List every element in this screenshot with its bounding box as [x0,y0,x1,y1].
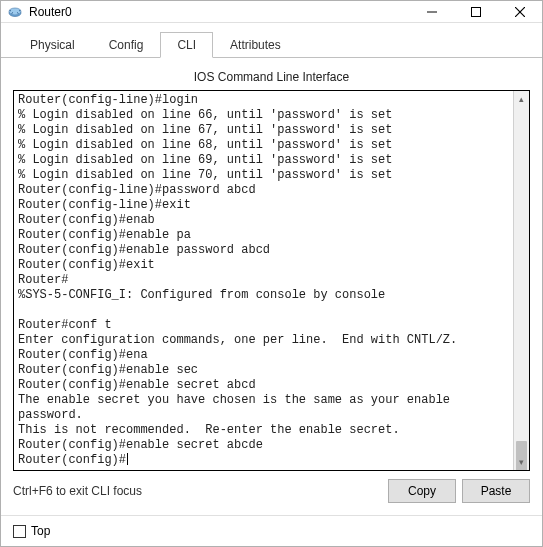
terminal-scrollbar[interactable]: ▴ ▾ [513,91,529,470]
top-checkbox[interactable] [13,525,26,538]
tab-physical[interactable]: Physical [13,32,92,58]
paste-button[interactable]: Paste [462,479,530,503]
window-title: Router0 [29,5,410,19]
tab-attributes[interactable]: Attributes [213,32,298,58]
button-row: Ctrl+F6 to exit CLI focus Copy Paste [13,471,530,507]
scroll-down-arrow[interactable]: ▾ [514,454,529,470]
tab-cli[interactable]: CLI [160,32,213,58]
maximize-button[interactable] [454,1,498,22]
router-icon [7,4,23,20]
panel-title: IOS Command Line Interface [13,66,530,90]
scroll-up-arrow[interactable]: ▴ [514,91,529,107]
titlebar: Router0 [1,1,542,23]
app-window: Router0 Physical Config CLI Attributes I… [0,0,543,547]
minimize-button[interactable] [410,1,454,22]
terminal-container: Router(config-line)#login % Login disabl… [13,90,530,471]
bottom-bar: Top [1,515,542,546]
close-button[interactable] [498,1,542,22]
svg-point-1 [9,8,21,15]
tab-config[interactable]: Config [92,32,161,58]
svg-rect-3 [472,7,481,16]
terminal-output[interactable]: Router(config-line)#login % Login disabl… [14,91,529,470]
top-checkbox-label: Top [31,524,50,538]
copy-button[interactable]: Copy [388,479,456,503]
tabstrip: Physical Config CLI Attributes [1,23,542,58]
cli-panel: IOS Command Line Interface Router(config… [1,58,542,515]
cli-hint: Ctrl+F6 to exit CLI focus [13,484,382,498]
window-controls [410,1,542,22]
